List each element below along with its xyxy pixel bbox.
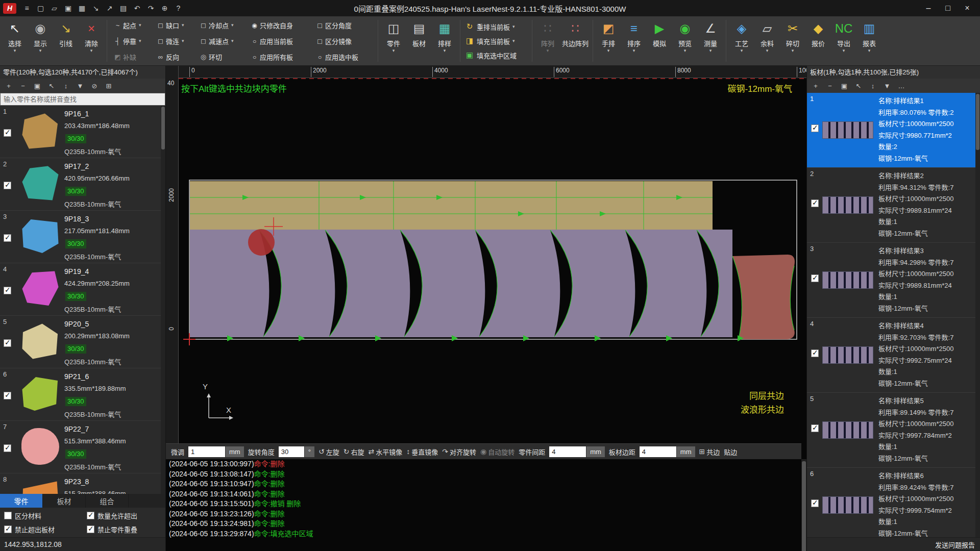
sheet-checkbox[interactable]	[811, 499, 819, 507]
nudge-input[interactable]	[188, 446, 225, 457]
sheet-checkbox[interactable]	[811, 199, 819, 207]
clear-tool[interactable]: × 清除 ▾	[79, 17, 104, 64]
pause-icon[interactable]: ⊘	[88, 80, 101, 91]
export-icon[interactable]: ↗	[103, 2, 116, 15]
quote-button[interactable]: ◆ 报价 ▾	[805, 17, 831, 64]
notch-option[interactable]: ◻ 缺口 ▾	[155, 20, 198, 30]
sheet-list-item[interactable]: 2 名称:排样结果2 利用率:94.312% 零件数:7 板材尺寸:10000m…	[807, 168, 975, 243]
distinguish-angle-option[interactable]: 区分角度 ▾	[314, 20, 375, 30]
scrollbar-thumb[interactable]	[976, 94, 979, 150]
preview-button[interactable]: ◉ 预览 ▾	[672, 17, 698, 64]
part-checkbox[interactable]	[4, 444, 11, 452]
sheet-list-item[interactable]: 6 名称:排样结果6 利用率:89.424% 零件数:7 板材尺寸:10000m…	[807, 468, 975, 537]
mirror-vertical-button[interactable]: ↕垂直镜像	[406, 447, 438, 457]
fill-current-sheet[interactable]: ◨ 填充当前板 ▾	[463, 34, 529, 48]
restore-button[interactable]: □	[938, 0, 958, 16]
scrollbar-thumb[interactable]	[802, 461, 806, 551]
parts-button[interactable]: ◫ 零件 ▾	[381, 17, 406, 64]
open-file-icon[interactable]: ▱	[48, 2, 61, 15]
add-part-icon[interactable]: +	[2, 80, 15, 91]
manual-nest-button[interactable]: ◩ 手排 ▾	[596, 17, 621, 64]
part-checkbox[interactable]	[4, 287, 11, 294]
common-edge-button[interactable]: ⊞共边	[699, 447, 720, 457]
auto-rotate-button[interactable]: ◉自动旋转	[480, 447, 514, 457]
apply-all-sheets-option[interactable]: 应用所有板 ▾	[249, 52, 314, 62]
docking-option[interactable]: ┤ 停靠 ▾	[112, 36, 155, 46]
part-list-item[interactable]: 6 9P21_6 335.5mm*189.88mm 30/30 Q235B-10…	[0, 368, 165, 421]
start-point-option[interactable]: ~ 起点 ▾	[112, 20, 155, 30]
send-problem-report-link[interactable]: 发送问题报告	[935, 540, 975, 549]
parts-scrollbar[interactable]	[161, 106, 165, 494]
canvas-scrollbar[interactable]	[801, 459, 806, 551]
rotate-right-button[interactable]: ↻右旋	[344, 447, 364, 457]
part-list-item[interactable]: 5 9P20_5 200.29mm*183.08mm 30/30 Q235B-1…	[0, 316, 165, 368]
remove-sheet-icon[interactable]: −	[823, 80, 837, 91]
sort-button[interactable]: ≡ 排序 ▾	[621, 17, 647, 64]
apply-current-sheet-option[interactable]: 应用当前板 ▾	[249, 36, 314, 46]
ring-cut-button[interactable]: ◎ 环切 ▾	[198, 52, 249, 62]
part-list-item[interactable]: 4 9P19_4 424.29mm*208.25mm 30/30 Q235B-1…	[0, 263, 165, 316]
print-icon[interactable]: ▤	[117, 2, 130, 15]
allow-quantity-overflow-checkbox[interactable]: 数量允许超出	[87, 511, 161, 520]
nc-export-button[interactable]: NC 导出 ▾	[831, 17, 856, 64]
forbid-part-overlap-checkbox[interactable]: 禁止零件重叠	[87, 524, 161, 534]
part-list-item[interactable]: 1 9P16_1 203.43mm*186.48mm 30/30 Q235B-1…	[0, 106, 165, 158]
apply-selected-sheet-option[interactable]: 应用选中板 ▾	[314, 52, 375, 62]
new-file-icon[interactable]: ▢	[34, 2, 47, 15]
rotate-angle-input[interactable]	[279, 446, 304, 457]
part-search-input[interactable]	[0, 93, 165, 106]
sheet-checkbox[interactable]	[811, 274, 819, 282]
sheet-checkbox[interactable]	[811, 124, 819, 132]
menu-icon[interactable]: ≡	[20, 2, 33, 15]
remove-part-icon[interactable]: −	[16, 80, 30, 91]
fill-selected-area[interactable]: ▣ 填充选中区域 ▾	[463, 48, 529, 62]
part-list-item[interactable]: 3 9P18_3 217.05mm*181.48mm 30/30 Q235B-1…	[0, 211, 165, 263]
import-icon[interactable]: ↘	[89, 2, 102, 15]
select-parts-icon[interactable]: ↖	[45, 80, 58, 91]
select-sheets-icon[interactable]: ↖	[852, 80, 865, 91]
undo-icon[interactable]: ↶	[131, 2, 143, 15]
rotate-left-button[interactable]: ↺左旋	[318, 447, 339, 457]
check-menu-icon[interactable]: ▣	[31, 80, 44, 91]
sheet-list-item[interactable]: 3 名称:排样结果3 利用率:94.298% 零件数:7 板材尺寸:10000m…	[807, 243, 975, 318]
sheet-checkbox[interactable]	[811, 424, 819, 432]
mirror-horizontal-button[interactable]: ⇄水平镜像	[368, 447, 402, 457]
micro-joint-option[interactable]: ◻ 微连 ▾	[155, 36, 198, 46]
array-button[interactable]: ∷ 阵列 ▾	[535, 17, 560, 64]
part-gap-input[interactable]	[549, 446, 586, 457]
only-self-option[interactable]: 只修改自身 ▾	[249, 20, 314, 30]
cooling-point-option[interactable]: ◻ 冷却点 ▾	[198, 20, 249, 30]
forbid-exceed-sheet-checkbox[interactable]: 禁止超出板材	[4, 524, 87, 534]
part-checkbox[interactable]	[4, 339, 11, 347]
filter-parts-icon[interactable]: ▼	[74, 80, 87, 91]
sort-sheets-icon[interactable]: ↕	[866, 80, 879, 91]
minimize-button[interactable]: –	[919, 0, 938, 16]
slowdown-point-option[interactable]: ◻ 减速点 ▾	[198, 36, 249, 46]
remnant-button[interactable]: ▱ 余料 ▾	[754, 17, 780, 64]
measure-button[interactable]: ∠ 测量 ▾	[698, 17, 723, 64]
sheet-checkbox[interactable]	[811, 349, 819, 357]
display-tool[interactable]: ◉ 显示 ▾	[28, 17, 53, 64]
save-all-icon[interactable]: ▦	[76, 2, 88, 15]
part-list-item[interactable]: 8 9P23_8 515.3mm*388.46mm 30/30 Q235B-10…	[0, 473, 165, 494]
sort-parts-icon[interactable]: ↕	[59, 80, 72, 91]
renest-current-sheet[interactable]: ↻ 重排当前板 ▾	[463, 19, 529, 34]
part-checkbox[interactable]	[4, 392, 11, 399]
tab-sheets[interactable]: 板材	[43, 494, 86, 508]
lead-line-tool[interactable]: ↘ 引线 ▾	[53, 17, 79, 64]
common-edge-array-button[interactable]: ∷ 共边阵列 ▾	[560, 17, 590, 64]
sheets-scrollbar[interactable]	[975, 93, 980, 537]
more-icon[interactable]: …	[895, 80, 908, 91]
part-checkbox[interactable]	[4, 182, 11, 189]
sheet-margin-input[interactable]	[640, 446, 676, 457]
add-sheet-icon[interactable]: +	[809, 80, 822, 91]
sheet-list-item[interactable]: 5 名称:排样结果5 利用率:89.149% 零件数:7 板材尺寸:10000m…	[807, 393, 975, 468]
nest-button[interactable]: ▦ 排样 ▾	[432, 17, 457, 64]
stick-edge-button[interactable]: 贴边	[724, 447, 737, 457]
part-list-item[interactable]: 7 9P22_7 515.3mm*388.46mm 30/30 Q235B-10…	[0, 421, 165, 473]
tab-combos[interactable]: 组合	[86, 494, 129, 508]
part-list-item[interactable]: 2 9P17_2 420.95mm*206.66mm 30/30 Q235B-1…	[0, 158, 165, 211]
select-tool[interactable]: ↖ 选择 ▾	[2, 17, 28, 64]
report-button[interactable]: ▥ 报表 ▾	[856, 17, 882, 64]
fill-notch-button[interactable]: ◩ 补缺 ▾	[112, 52, 155, 62]
